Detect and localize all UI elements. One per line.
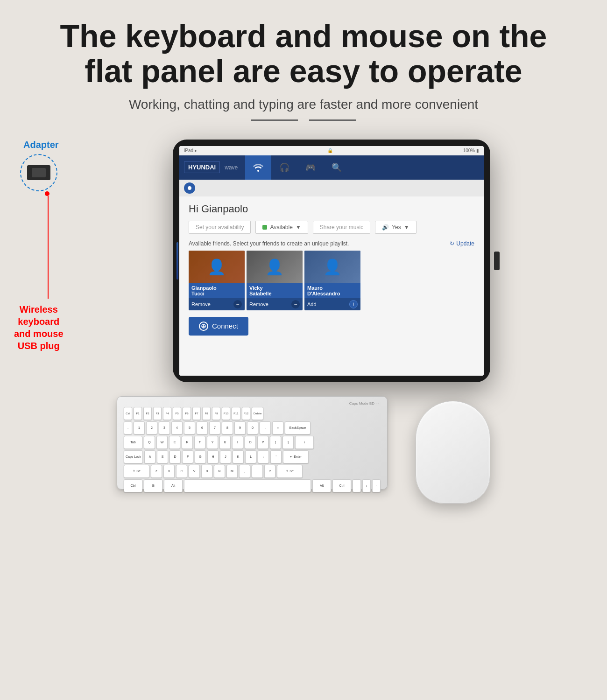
- friends-label: Available friends. Select your friends t…: [189, 240, 349, 247]
- app-content: Hi Gianpaolo Set your availability Avail…: [179, 196, 484, 376]
- friend-photo-2: 👤: [247, 251, 303, 283]
- key-quote: ': [270, 450, 282, 463]
- key-w: W: [156, 436, 168, 449]
- available-label: Available: [270, 224, 292, 231]
- key-f4: F4: [163, 407, 171, 420]
- key-capslock: Caps Lock: [124, 450, 143, 463]
- middle-row: Adapter Wirelesskeyboardand mouseUSB plu…: [0, 140, 607, 382]
- update-label: Update: [456, 240, 474, 247]
- keyboard-top-text: Caps Mode BD ···: [349, 401, 379, 406]
- friend-card-1[interactable]: 👤 GianpaoloTucci Remove −: [189, 251, 245, 310]
- key-f11: F11: [232, 407, 240, 420]
- divider-line-left: [251, 119, 298, 121]
- friends-grid: 👤 GianpaoloTucci Remove −: [189, 251, 474, 310]
- key-z: Z: [151, 465, 162, 478]
- friends-section: Available friends. Select your friends t…: [189, 240, 474, 336]
- key-t: T: [194, 436, 205, 449]
- friend-card-2[interactable]: 👤 VickySalabelle Remove −: [247, 251, 303, 310]
- set-availability-btn[interactable]: Set your availability: [189, 221, 251, 234]
- remove-icon-1[interactable]: −: [233, 300, 242, 308]
- key-2: 2: [146, 421, 157, 434]
- add-icon-3[interactable]: +: [349, 300, 358, 308]
- key-f3: F3: [153, 407, 162, 420]
- main-title: The keyboard and mouse on the flat panel…: [47, 19, 560, 89]
- mouse: [416, 401, 490, 504]
- share-music-btn[interactable]: Share your music: [313, 221, 370, 234]
- key-u: U: [219, 436, 231, 449]
- key-tilde: ~: [124, 421, 132, 434]
- key-alt-right: Alt: [312, 479, 331, 492]
- page-wrapper: The keyboard and mouse on the flat panel…: [0, 0, 607, 700]
- key-b: B: [201, 465, 212, 478]
- key-0: 0: [247, 421, 258, 434]
- remove-icon-2[interactable]: −: [291, 300, 300, 308]
- tablet-status-bar: iPad ▸ 🔒 100% ▮: [179, 146, 484, 155]
- svg-point-0: [188, 186, 191, 190]
- key-f6: F6: [183, 407, 191, 420]
- key-lbracket: [: [270, 436, 281, 449]
- friend-card-3[interactable]: 👤 MauroD'Alessandro Add +: [304, 251, 360, 310]
- key-f8: F8: [202, 407, 211, 420]
- key-l: L: [245, 450, 256, 463]
- available-status[interactable]: Available ▼: [255, 221, 308, 234]
- status-right: 100% ▮: [463, 148, 479, 153]
- nav-tab-search[interactable]: 🔍: [324, 155, 350, 180]
- key-f5: F5: [173, 407, 181, 420]
- bottom-row: Ctrl ⊞ Alt Alt Ctrl ← ↕ →: [124, 479, 381, 492]
- status-center: 🔒: [327, 148, 333, 153]
- divider-lines: [251, 119, 356, 121]
- key-rbracket: ]: [282, 436, 294, 449]
- nav-tab-headphones[interactable]: 🎧: [271, 155, 297, 180]
- keyboard-container: Caps Mode BD ··· Ctrl F1 F2 F3 F4 F5 F6 …: [117, 396, 388, 490]
- key-3: 3: [159, 421, 170, 434]
- key-f2: F2: [143, 407, 152, 420]
- tablet: iPad ▸ 🔒 100% ▮ HYUNDAI wave: [173, 140, 490, 382]
- keyboard: Caps Mode BD ··· Ctrl F1 F2 F3 F4 F5 F6 …: [117, 396, 388, 490]
- tablet-screen: iPad ▸ 🔒 100% ▮ HYUNDAI wave: [179, 146, 484, 376]
- tablet-wrapper: iPad ▸ 🔒 100% ▮ HYUNDAI wave: [173, 140, 490, 382]
- remove-label-1: Remove: [191, 301, 211, 307]
- number-row: ~ 1 2 3 4 5 6 7 8 9 0 - = BackSpace: [124, 421, 381, 434]
- key-e: E: [169, 436, 180, 449]
- key-y: Y: [207, 436, 218, 449]
- sub-nav: [179, 180, 484, 196]
- key-8: 8: [222, 421, 233, 434]
- key-n: N: [214, 465, 225, 478]
- key-up-down: ↕: [362, 479, 371, 492]
- update-btn[interactable]: ↻ Update: [450, 240, 474, 247]
- status-left: iPad ▸: [184, 148, 197, 153]
- key-h: H: [207, 450, 219, 463]
- wireless-label: Wirelesskeyboardand mouseUSB plug: [14, 303, 64, 352]
- left-annotation: Adapter Wirelesskeyboardand mouseUSB plu…: [14, 140, 64, 352]
- qwerty-row: Tab Q W E R T Y U I O P [ ] \: [124, 436, 381, 449]
- key-d: D: [169, 450, 181, 463]
- yes-label: Yes: [392, 224, 401, 231]
- nav-tab-wifi[interactable]: [245, 155, 271, 180]
- key-f: F: [182, 450, 193, 463]
- yes-btn[interactable]: 🔊 Yes ▼: [375, 221, 416, 234]
- nav-tab-game[interactable]: 🎮: [297, 155, 324, 180]
- key-backspace: BackSpace: [285, 421, 311, 434]
- key-enter: ↵ Enter: [283, 450, 309, 463]
- connect-button[interactable]: Connect: [189, 317, 248, 336]
- key-ctrl-right: Ctrl: [332, 479, 351, 492]
- key-shift-right: ⇧ Sft: [277, 465, 303, 478]
- adapter-circle: [20, 154, 57, 191]
- key-x: X: [163, 465, 175, 478]
- key-j: J: [220, 450, 231, 463]
- key-right: →: [372, 479, 381, 492]
- key-i: I: [232, 436, 243, 449]
- connect-icon: [199, 322, 208, 331]
- friend-photo-3: 👤: [304, 251, 360, 283]
- speaker-icon: 🔊: [382, 224, 389, 231]
- sub-nav-dot: [184, 182, 195, 194]
- key-6: 6: [197, 421, 208, 434]
- friend-action-1: Remove −: [189, 298, 245, 310]
- key-shift-left: ⇧ Sft: [124, 465, 149, 478]
- refresh-icon: ↻: [450, 240, 454, 247]
- adapter-device: [27, 165, 50, 180]
- fn-row: Ctrl F1 F2 F3 F4 F5 F6 F7 F8 F9 F10 F11 …: [124, 407, 381, 420]
- wave-label: wave: [225, 164, 238, 171]
- app-logo: HYUNDAI: [184, 161, 220, 173]
- key-win: ⊞: [144, 479, 162, 492]
